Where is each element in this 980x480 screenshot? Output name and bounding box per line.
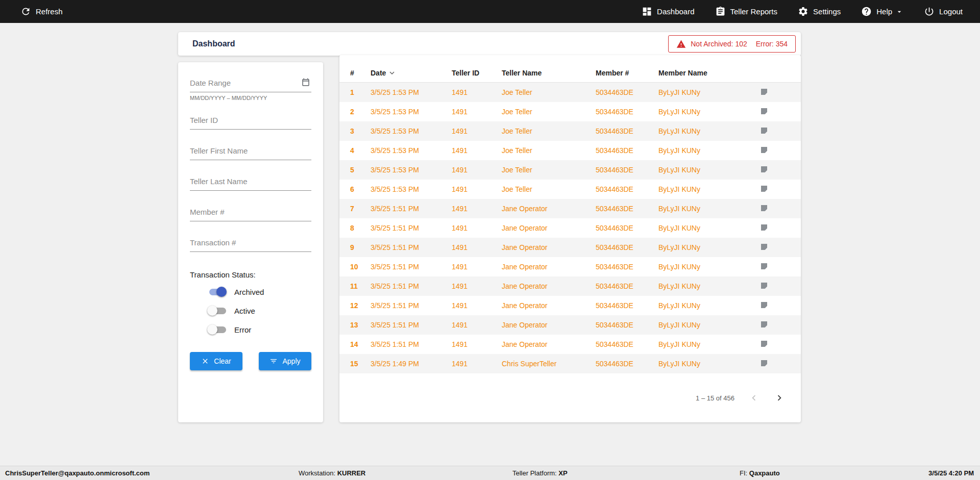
nav-settings[interactable]: Settings [798,6,841,17]
cell-member-number[interactable]: 5034463DE [596,263,658,271]
cell-date[interactable]: 3/5/25 1:51 PM [371,224,452,232]
cell-member-number[interactable]: 5034463DE [596,146,658,155]
nav-logout[interactable]: Logout [924,6,963,17]
cell-member-number[interactable]: 5034463DE [596,282,658,290]
cell-member-number[interactable]: 5034463DE [596,185,658,193]
cell-teller-name[interactable]: Joe Teller [502,166,596,174]
nav-teller-reports[interactable]: Teller Reports [715,6,778,17]
cell-teller-id[interactable]: 1491 [452,263,502,271]
cell-date[interactable]: 3/5/25 1:51 PM [371,340,452,348]
cell-member-name[interactable]: ByLyJI KUNy [658,301,760,310]
cell-teller-name[interactable]: Jane Operator [502,263,596,271]
table-row[interactable]: 9 3/5/25 1:51 PM 1491 Jane Operator 5034… [339,238,801,257]
cell-teller-id[interactable]: 1491 [452,360,502,368]
cell-teller-id[interactable]: 1491 [452,301,502,310]
cell-teller-id[interactable]: 1491 [452,146,502,155]
nav-dashboard[interactable]: Dashboard [642,6,694,17]
note-icon[interactable] [760,300,769,310]
cell-member-name[interactable]: ByLyJI KUNy [658,205,760,213]
cell-member-number[interactable]: 5034463DE [596,108,658,116]
cell-teller-name[interactable]: Joe Teller [502,108,596,116]
cell-date[interactable]: 3/5/25 1:51 PM [371,282,452,290]
cell-member-name[interactable]: ByLyJI KUNy [658,88,760,96]
cell-member-number[interactable]: 5034463DE [596,301,658,310]
member-number-input[interactable] [190,205,311,221]
cell-teller-id[interactable]: 1491 [452,185,502,193]
note-icon[interactable] [760,165,769,174]
cell-teller-name[interactable]: Jane Operator [502,224,596,232]
note-icon[interactable] [760,223,769,232]
calendar-icon[interactable] [301,78,310,87]
cell-date[interactable]: 3/5/25 1:51 PM [371,321,452,329]
table-row[interactable]: 5 3/5/25 1:53 PM 1491 Joe Teller 5034463… [339,160,801,180]
cell-date[interactable]: 3/5/25 1:53 PM [371,185,452,193]
note-icon[interactable] [760,107,769,116]
cell-teller-name[interactable]: Joe Teller [502,146,596,155]
toggle-archived[interactable]: Archived [207,286,311,298]
table-row[interactable]: 4 3/5/25 1:53 PM 1491 Joe Teller 5034463… [339,141,801,160]
table-row[interactable]: 2 3/5/25 1:53 PM 1491 Joe Teller 5034463… [339,102,801,121]
next-page-button[interactable] [773,392,786,404]
cell-member-name[interactable]: ByLyJI KUNy [658,321,760,329]
cell-member-number[interactable]: 5034463DE [596,340,658,348]
note-icon[interactable] [760,126,769,135]
cell-teller-id[interactable]: 1491 [452,88,502,96]
cell-member-name[interactable]: ByLyJI KUNy [658,108,760,116]
nav-help[interactable]: Help [861,6,903,17]
cell-member-name[interactable]: ByLyJI KUNy [658,360,760,368]
prev-page-button[interactable] [748,392,760,404]
cell-date[interactable]: 3/5/25 1:51 PM [371,205,452,213]
cell-member-number[interactable]: 5034463DE [596,166,658,174]
cell-teller-name[interactable]: Jane Operator [502,243,596,251]
note-icon[interactable] [760,262,769,271]
cell-member-number[interactable]: 5034463DE [596,205,658,213]
cell-teller-name[interactable]: Joe Teller [502,88,596,96]
table-row[interactable]: 10 3/5/25 1:51 PM 1491 Jane Operator 503… [339,257,801,276]
table-row[interactable]: 6 3/5/25 1:53 PM 1491 Joe Teller 5034463… [339,180,801,199]
note-icon[interactable] [760,145,769,155]
toggle-active[interactable]: Active [207,305,311,317]
cell-member-name[interactable]: ByLyJI KUNy [658,185,760,193]
cell-teller-id[interactable]: 1491 [452,166,502,174]
note-icon[interactable] [760,204,769,213]
cell-member-name[interactable]: ByLyJI KUNy [658,146,760,155]
table-row[interactable]: 14 3/5/25 1:51 PM 1491 Jane Operator 503… [339,335,801,354]
cell-teller-id[interactable]: 1491 [452,205,502,213]
cell-date[interactable]: 3/5/25 1:53 PM [371,88,452,96]
cell-date[interactable]: 3/5/25 1:49 PM [371,360,452,368]
cell-member-name[interactable]: ByLyJI KUNy [658,127,760,135]
cell-teller-id[interactable]: 1491 [452,243,502,251]
teller-id-input[interactable] [190,113,311,130]
table-row[interactable]: 3 3/5/25 1:53 PM 1491 Joe Teller 5034463… [339,121,801,141]
cell-date[interactable]: 3/5/25 1:51 PM [371,301,452,310]
cell-teller-id[interactable]: 1491 [452,321,502,329]
cell-date[interactable]: 3/5/25 1:51 PM [371,243,452,251]
clear-button[interactable]: Clear [190,352,242,370]
transaction-number-input[interactable] [190,235,311,252]
cell-teller-name[interactable]: Jane Operator [502,282,596,290]
alert-badge[interactable]: Not Archived: 102 Error: 354 [668,35,796,53]
cell-teller-name[interactable]: Chris SuperTeller [502,360,596,368]
note-icon[interactable] [760,242,769,251]
note-icon[interactable] [760,320,769,329]
cell-teller-name[interactable]: Joe Teller [502,185,596,193]
cell-member-name[interactable]: ByLyJI KUNy [658,340,760,348]
table-row[interactable]: 15 3/5/25 1:49 PM 1491 Chris SuperTeller… [339,354,801,373]
cell-teller-name[interactable]: Jane Operator [502,321,596,329]
cell-member-name[interactable]: ByLyJI KUNy [658,282,760,290]
table-row[interactable]: 13 3/5/25 1:51 PM 1491 Jane Operator 503… [339,315,801,335]
cell-date[interactable]: 3/5/25 1:53 PM [371,127,452,135]
cell-member-name[interactable]: ByLyJI KUNy [658,166,760,174]
cell-teller-id[interactable]: 1491 [452,127,502,135]
table-row[interactable]: 1 3/5/25 1:53 PM 1491 Joe Teller 5034463… [339,83,801,102]
cell-member-name[interactable]: ByLyJI KUNy [658,243,760,251]
note-icon[interactable] [760,339,769,348]
cell-member-number[interactable]: 5034463DE [596,243,658,251]
table-row[interactable]: 8 3/5/25 1:51 PM 1491 Jane Operator 5034… [339,218,801,238]
date-range-input[interactable] [190,75,311,92]
cell-teller-name[interactable]: Jane Operator [502,205,596,213]
cell-teller-id[interactable]: 1491 [452,224,502,232]
cell-member-number[interactable]: 5034463DE [596,360,658,368]
cell-teller-name[interactable]: Joe Teller [502,127,596,135]
cell-teller-id[interactable]: 1491 [452,340,502,348]
